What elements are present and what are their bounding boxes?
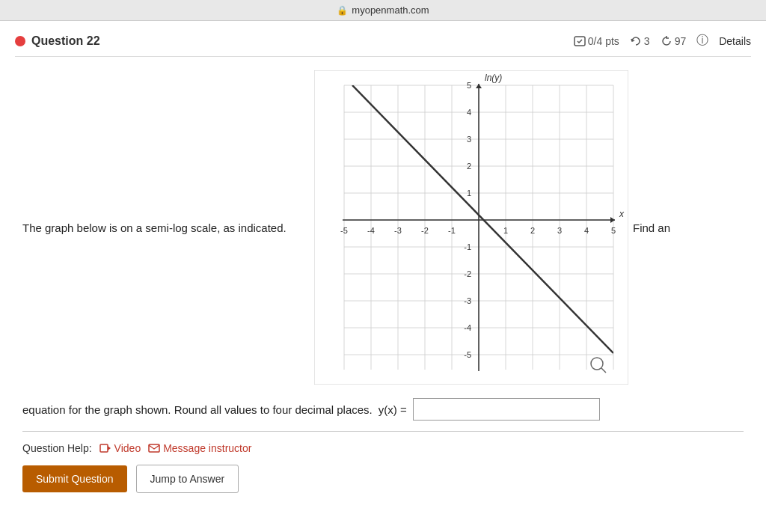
question-header: Question 22 0/4 pts 3 97 ⓘ Details	[15, 33, 751, 57]
content-area: The graph below is on a semi-log scale, …	[15, 70, 751, 493]
retries-badge: 3	[630, 35, 650, 47]
svg-text:-2: -2	[421, 226, 429, 235]
svg-text:-1: -1	[448, 226, 456, 235]
message-instructor-link[interactable]: Message instructor	[148, 442, 251, 454]
attempts-badge: 97	[661, 35, 687, 47]
svg-text:2: 2	[467, 162, 471, 171]
svg-text:2: 2	[530, 226, 535, 235]
browser-bar: 🔒 myopenmath.com	[0, 0, 766, 21]
divider	[22, 431, 744, 432]
score-badge: 0/4 pts	[574, 35, 619, 47]
svg-text:x: x	[619, 209, 625, 219]
question-help: Question Help: Video Message instructor	[22, 442, 744, 454]
problem-text-left: The graph below is on a semi-log scale, …	[22, 221, 314, 234]
svg-text:3: 3	[467, 135, 471, 144]
retry-icon	[630, 35, 642, 47]
message-icon	[148, 442, 160, 454]
status-dot	[15, 36, 25, 46]
svg-rect-56	[149, 444, 159, 452]
problem-row: The graph below is on a semi-log scale, …	[22, 70, 744, 385]
question-meta: 0/4 pts 3 97 ⓘ Details	[574, 33, 751, 49]
question-number: Question 22	[31, 34, 100, 48]
question-container: Question 22 0/4 pts 3 97 ⓘ Details The g…	[0, 21, 766, 532]
svg-rect-1	[314, 70, 628, 385]
details-link[interactable]: Details	[719, 35, 751, 47]
svg-text:-4: -4	[464, 323, 471, 332]
problem-text-right: Find an	[633, 221, 670, 234]
svg-text:-3: -3	[394, 226, 402, 235]
svg-text:3: 3	[557, 226, 562, 235]
svg-text:1: 1	[503, 226, 508, 235]
svg-text:5: 5	[611, 226, 616, 235]
equation-label-text: y(x) =	[379, 403, 407, 416]
video-link[interactable]: Video	[99, 442, 141, 454]
lock-icon: 🔒	[337, 5, 348, 16]
video-icon	[99, 442, 111, 454]
refresh-icon	[661, 35, 672, 47]
jump-to-answer-button[interactable]: Jump to Answer	[136, 465, 239, 493]
svg-marker-55	[108, 446, 111, 450]
svg-text:-1: -1	[464, 242, 471, 251]
submit-button[interactable]: Submit Question	[22, 465, 127, 492]
svg-text:-2: -2	[464, 269, 471, 278]
score-icon	[574, 35, 586, 47]
equation-prefix-text: equation for the graph shown. Round all …	[22, 403, 373, 416]
svg-rect-54	[100, 444, 108, 452]
actions-row: Submit Question Jump to Answer	[22, 465, 744, 493]
question-title: Question 22	[15, 34, 100, 48]
svg-text:4: 4	[584, 226, 589, 235]
svg-text:-4: -4	[367, 226, 375, 235]
svg-text:-3: -3	[464, 296, 471, 305]
svg-text:ln(y): ln(y)	[485, 73, 502, 83]
svg-text:1: 1	[467, 189, 471, 198]
svg-text:4: 4	[467, 108, 471, 117]
equation-row: equation for the graph shown. Round all …	[22, 398, 744, 421]
svg-text:-5: -5	[464, 350, 471, 359]
info-icon: ⓘ	[696, 33, 708, 49]
answer-input[interactable]	[413, 398, 600, 421]
graph-container: -5 -4 -3 -2 -1 1 2 3 4 5 5 4 3 2 1 -1	[314, 70, 628, 385]
help-label: Question Help:	[22, 442, 92, 454]
graph-svg: -5 -4 -3 -2 -1 1 2 3 4 5 5 4 3 2 1 -1	[314, 70, 628, 385]
svg-text:-5: -5	[340, 226, 348, 235]
svg-text:5: 5	[467, 81, 471, 90]
url-text: myopenmath.com	[352, 4, 429, 16]
